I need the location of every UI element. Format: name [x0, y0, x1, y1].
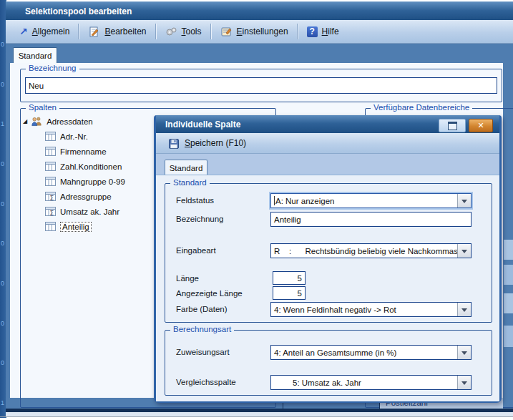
tab-standard-dialog[interactable]: Standard [165, 160, 207, 175]
toolbar-button-hilfe[interactable]: ? Hilfe [301, 24, 346, 39]
tree-item-label: Adressdaten [47, 117, 93, 126]
vergleichsspalte-select[interactable]: 5: Umsatz ak. Jahr [270, 375, 472, 390]
toolbar-label: Allgemein [32, 26, 70, 36]
laenge-value: 5 [298, 274, 302, 283]
angezeigte-laenge-input[interactable]: 5 [273, 286, 306, 300]
feldstatus-value: A: Nur anzeigen [271, 194, 457, 207]
chevron-down-icon[interactable] [457, 346, 471, 359]
tree-item-adr-nr[interactable]: Adr.-Nr. [44, 130, 88, 143]
window-outer-border [0, 416, 513, 417]
main-toolbar: ↗ Allgemein Bearbeiten Tools Einstellung… [6, 20, 513, 44]
standard-group-label: Standard [170, 178, 210, 187]
gears-icon [165, 26, 177, 37]
dlg-bezeichnung-value: Anteilig [274, 215, 301, 224]
close-icon: ✕ [477, 121, 484, 130]
bezeichnung-value: Neu [29, 82, 44, 90]
users-icon [31, 116, 43, 127]
column-icon [44, 131, 57, 142]
background-tree-row [504, 293, 513, 313]
help-icon: ? [307, 26, 318, 37]
toolbar-button-tools[interactable]: Tools [159, 24, 208, 39]
tree-item-label: Adr.-Nr. [60, 132, 88, 141]
dialog-tab-page: Standard Feldstatus A: Nur anzeigen Beze… [156, 175, 499, 401]
dlg-bezeichnung-label: Bezeichnung [176, 215, 224, 223]
floppy-disk-icon [168, 138, 180, 149]
chevron-down-icon[interactable] [457, 303, 471, 316]
toolbar-separator [155, 24, 157, 39]
tree-item-anteilig[interactable]: Anteilig [44, 220, 92, 233]
eingabeart-value: R : Rechtsbündig beliebig viele Nachkomm… [271, 244, 457, 258]
background-tree-row [504, 265, 513, 285]
tree-item-label: Adressgruppe [60, 192, 112, 201]
tree-item-umsatz[interactable]: Σ Umsatz ak. Jahr [44, 205, 119, 218]
restore-window-button[interactable] [439, 119, 466, 132]
toolbar-label: Bearbeiten [104, 26, 146, 36]
background-tree-row [504, 326, 513, 347]
eingabeart-select[interactable]: R : Rechtsbündig beliebig viele Nachkomm… [270, 243, 472, 258]
edit-document-icon [88, 26, 100, 37]
tree-item-mahngruppe[interactable]: Mahngruppe 0-99 [44, 175, 125, 188]
dlg-bezeichnung-input[interactable]: Anteilig [270, 212, 472, 227]
chevron-down-icon[interactable] [457, 376, 471, 389]
toolbar-separator [78, 24, 79, 39]
tree-item-label: Firmenname [60, 147, 107, 156]
tree-item-adressdaten[interactable]: ◢ Adressdaten [23, 114, 93, 128]
tab-standard-main[interactable]: Standard [13, 47, 57, 64]
toolbar-button-allgemein[interactable]: ↗ Allgemein [13, 24, 76, 39]
toolbar-label: Einstellungen [237, 26, 288, 36]
chevron-down-icon[interactable] [457, 194, 471, 207]
tab-label: Standard [170, 164, 203, 172]
tree-item-label: Umsatz ak. Jahr [60, 207, 119, 216]
standard-group: Standard Feldstatus A: Nur anzeigen Beze… [165, 183, 492, 323]
svg-text:Σ: Σ [50, 195, 54, 202]
settings-document-icon [220, 26, 233, 37]
main-tabstrip [6, 44, 513, 63]
svg-text:Σ: Σ [50, 210, 54, 217]
restore-icon [448, 122, 457, 130]
datenbereiche-group-label: Verfügbare Datenbereiche [371, 103, 472, 112]
save-button-label: Speichern (F10) [185, 138, 246, 148]
spalten-group-label: Spalten [26, 103, 59, 112]
dialog-toolbar: Speichern (F10) [156, 133, 499, 154]
column-icon [44, 221, 57, 232]
berechnungsart-group-label: Berechnungsart [170, 325, 234, 333]
save-button[interactable]: Speichern (F10) [162, 136, 253, 151]
toolbar-separator [210, 24, 212, 39]
laenge-label: Länge [176, 274, 199, 283]
toolbar-button-bearbeiten[interactable]: Bearbeiten [82, 24, 152, 39]
farbe-select[interactable]: 4: Wenn Feldinhalt negativ -> Rot [270, 302, 472, 317]
toolbar-button-einstellungen[interactable]: Einstellungen [214, 24, 295, 39]
toolbar-label: Tools [182, 26, 202, 36]
angezeigte-laenge-label: Angezeigte Länge [176, 289, 243, 298]
arrow-up-right-icon: ↗ [19, 26, 28, 36]
background-tree-row [504, 240, 513, 260]
zuweisungsart-label: Zuweisungsart [176, 348, 230, 356]
vergleichsspalte-label: Vergleichsspalte [176, 378, 236, 386]
toolbar-separator [297, 24, 298, 39]
column-sum-icon: Σ [44, 206, 57, 217]
feldstatus-select[interactable]: A: Nur anzeigen [270, 193, 472, 208]
close-button[interactable]: ✕ [469, 119, 493, 132]
tree-item-firmenname[interactable]: Firmenname [44, 145, 107, 158]
bezeichnung-group: Bezeichnung Neu [20, 69, 502, 102]
individuelle-spalte-dialog: Individuelle Spalte ✕ Speichern (F10) St… [154, 115, 502, 403]
tree-item-label: Mahngruppe 0-99 [60, 177, 125, 186]
main-window-titlebar[interactable]: Selektionspool bearbeiten [6, 1, 513, 21]
tree-expand-icon[interactable]: ◢ [23, 119, 27, 124]
chevron-down-icon[interactable] [457, 244, 471, 258]
eingabeart-label: Eingabeart [176, 246, 216, 255]
column-sum-icon: Σ [44, 191, 57, 202]
feldstatus-label: Feldstatus [176, 196, 214, 205]
angezeigte-laenge-value: 5 [298, 289, 302, 298]
tree-item-label-selected: Anteilig [60, 222, 92, 232]
zuweisungsart-value: 4: Anteil an Gesamtsumme (in %) [271, 346, 457, 359]
column-icon [44, 161, 57, 172]
tab-label: Standard [19, 52, 52, 60]
tree-item-adressgruppe[interactable]: Σ Adressgruppe [44, 190, 112, 203]
bezeichnung-input[interactable]: Neu [25, 77, 497, 94]
tree-item-label: Zahl.Konditionen [60, 162, 122, 171]
dialog-title: Individuelle Spalte [156, 119, 240, 130]
zuweisungsart-select[interactable]: 4: Anteil an Gesamtsumme (in %) [270, 345, 472, 360]
laenge-input[interactable]: 5 [273, 271, 306, 285]
tree-item-zahl-konditionen[interactable]: Zahl.Konditionen [44, 160, 122, 173]
